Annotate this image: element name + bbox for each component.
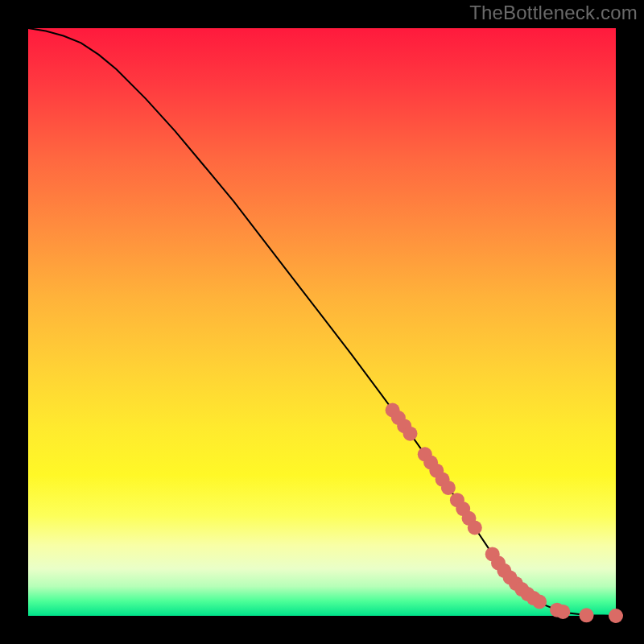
data-marker xyxy=(403,427,418,441)
data-marker xyxy=(468,521,482,535)
chart-svg xyxy=(28,28,616,616)
attribution-label: TheBottleneck.com xyxy=(469,2,638,24)
marker-group xyxy=(386,403,623,624)
data-marker xyxy=(555,605,570,619)
data-marker xyxy=(609,609,623,623)
data-marker xyxy=(532,595,547,609)
plot-area xyxy=(28,28,616,616)
curve-line xyxy=(28,28,616,616)
chart-frame: TheBottleneck.com xyxy=(0,0,644,644)
data-marker xyxy=(441,481,456,495)
data-marker xyxy=(580,608,594,622)
